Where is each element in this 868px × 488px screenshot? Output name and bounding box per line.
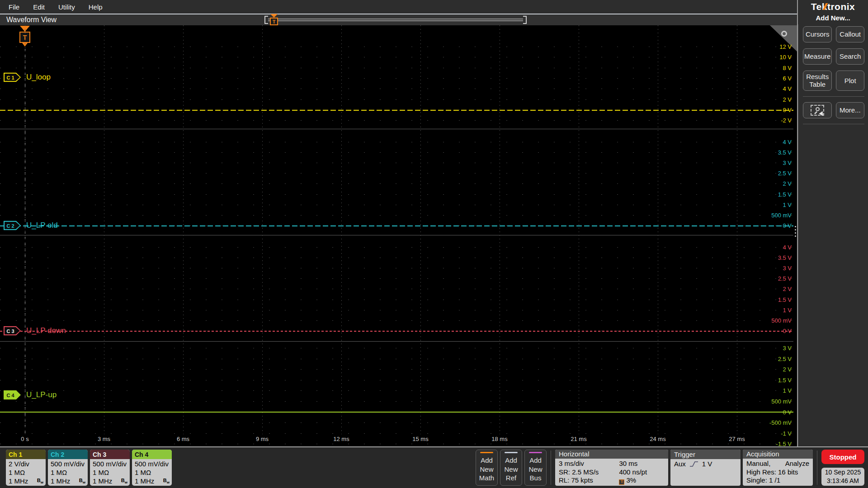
menu-item-file[interactable]: File — [2, 0, 26, 14]
bandwidth-limit-icon: Bw — [121, 478, 127, 484]
horizontal-title: Horizontal — [555, 450, 668, 459]
channel-impedance: 1 MΩ — [93, 468, 130, 477]
time-axis-label: 3 ms — [98, 436, 110, 442]
add-new-buttons: Add New MathAdd New RefAdd New Bus — [476, 450, 547, 486]
waveform-graticule[interactable]: T 12 V10 V8 V6 V4 V2 V0 V-2 VC 1U_loop4 … — [0, 25, 797, 446]
add-new-bus-button[interactable]: Add New Bus — [524, 450, 547, 486]
record-view-bar[interactable]: T — [264, 16, 527, 24]
add-new-callout-button[interactable]: Callout — [836, 26, 864, 42]
scale-label: 10 V — [779, 54, 792, 61]
channel-name-label[interactable]: U_LP-up — [26, 390, 57, 399]
scale-label: -1.5 V — [776, 441, 792, 447]
sidebar-divider — [803, 96, 864, 97]
add-new-plot-button[interactable]: Plot — [836, 70, 864, 91]
record-right-bracket-icon — [523, 16, 527, 24]
scale-label: -2 V — [781, 117, 792, 124]
scale-label: 2 V — [783, 180, 792, 187]
scale-label: 500 mV — [771, 212, 792, 219]
channel-scale: 2 V/div — [9, 460, 46, 468]
acquisition-panel[interactable]: Acquisition Manual, Analyze High Res: 16… — [743, 450, 813, 486]
add-new-cursors-button[interactable]: Cursors — [803, 26, 832, 42]
time-axis-label: 18 ms — [491, 436, 507, 442]
channel-name-label[interactable]: U_loop — [26, 73, 51, 82]
horizontal-value: SR: 2.5 MS/s — [559, 468, 619, 477]
menu-item-edit[interactable]: Edit — [26, 0, 52, 14]
add-new-results-table-button[interactable]: Results Table — [803, 70, 832, 91]
more-button[interactable]: More... — [836, 102, 865, 118]
magnifier-icon — [781, 31, 787, 37]
add-new-search-button[interactable]: Search — [836, 48, 864, 65]
bottombar-divider — [551, 450, 551, 485]
channel-badges: Ch 12 V/div1 MΩ1 MHzBwCh 2500 mV/div1 MΩ… — [6, 450, 172, 486]
run-state-button[interactable]: Stopped — [821, 450, 864, 464]
waveform-trace-c4[interactable] — [0, 412, 793, 413]
channel-badge-ch4[interactable]: Ch 4500 mV/div1 MΩ1 MHzBw — [132, 450, 172, 486]
channel-tag-label: C 2 — [4, 221, 17, 230]
grid-dot-row — [0, 390, 793, 391]
time-axis-label: 9 ms — [256, 436, 269, 442]
grid-dot-row — [0, 278, 793, 279]
grid-dot-row — [0, 120, 793, 121]
trigger-source: Aux — [674, 460, 686, 469]
waveform-view-title[interactable]: Waveform View — [6, 16, 57, 24]
horizontal-panel[interactable]: Horizontal 3 ms/div30 msSR: 2.5 MS/s400 … — [555, 450, 668, 486]
trigger-title: Trigger — [670, 450, 741, 459]
time-label: 3:13:46 AM — [827, 477, 859, 485]
channel-badge-ch2[interactable]: Ch 2500 mV/div1 MΩ1 MHzBw — [48, 450, 88, 486]
grid-dot-row — [0, 247, 793, 248]
splitter-grip[interactable] — [795, 226, 867, 237]
add-new-math-button[interactable]: Add New Math — [476, 450, 498, 486]
scale-label: 3 V — [783, 265, 792, 272]
time-axis-label: 0 s — [21, 436, 28, 442]
marquee-zoom-button[interactable] — [803, 102, 832, 118]
waveform-trace-c3[interactable] — [0, 331, 793, 332]
menu-item-utility[interactable]: Utility — [52, 0, 82, 14]
add-new-measure-button[interactable]: Measure — [803, 48, 832, 65]
marquee-zoom-icon — [811, 105, 824, 116]
scale-label: 12 V — [779, 43, 792, 50]
grid-dot-row — [0, 68, 793, 68]
grid-dot-row — [0, 194, 793, 195]
scale-label: 2 V — [783, 366, 792, 373]
right-sidebar: Tektronix Add New... CursorsCalloutMeasu… — [798, 0, 868, 446]
grid-line-vertical — [737, 25, 737, 434]
grid-dot-row — [0, 47, 793, 47]
grid-dot-row — [0, 444, 793, 444]
channel-tag-c1[interactable]: C 1 — [4, 73, 21, 82]
grid-line-vertical — [25, 25, 25, 434]
add-new-button-grid: CursorsCalloutMeasureSearchResults Table… — [803, 26, 864, 91]
time-axis-label: 15 ms — [412, 436, 428, 442]
scale-label: 4 V — [783, 85, 792, 92]
time-axis-label: 27 ms — [729, 436, 745, 442]
channel-badge-ch1[interactable]: Ch 12 V/div1 MΩ1 MHzBw — [6, 450, 46, 486]
grid-line-vertical — [104, 25, 104, 434]
channel-tag-c3[interactable]: C 3 — [4, 326, 21, 336]
record-trigger-marker-icon[interactable]: T — [269, 14, 279, 25]
trigger-panel[interactable]: Trigger Aux 1 V — [670, 450, 741, 486]
menu-bar: FileEditUtilityHelp — [0, 0, 797, 14]
scale-label: 500 mV — [771, 398, 792, 405]
add-new-ref-button[interactable]: Add New Ref — [500, 450, 522, 486]
horizontal-value: 400 ns/pt — [619, 468, 665, 477]
scale-label: 6 V — [783, 75, 792, 82]
scale-label: -1 V — [781, 430, 792, 437]
waveform-trace-c1[interactable] — [0, 110, 793, 111]
button-color-stripe — [529, 452, 542, 453]
scale-label: 8 V — [783, 65, 792, 71]
rising-edge-icon — [689, 460, 698, 468]
channel-tag-c4[interactable]: C 4 — [4, 390, 21, 400]
horizontal-value: 30 ms — [619, 460, 665, 468]
horizontal-value: RL: 75 kpts — [559, 476, 619, 485]
bottom-settings-bar: Ch 12 V/div1 MΩ1 MHzBwCh 2500 mV/div1 MΩ… — [0, 446, 868, 488]
channel-name-label[interactable]: U_LP old — [26, 221, 58, 230]
menu-item-help[interactable]: Help — [82, 0, 109, 14]
horizontal-value: T3% — [619, 476, 665, 485]
waveform-trace-c2[interactable] — [0, 225, 793, 226]
grid-line-vertical — [658, 25, 658, 434]
grid-dot-row — [0, 215, 793, 216]
scale-label: 3 V — [783, 345, 792, 352]
band-separator — [0, 129, 793, 129]
channel-name-label[interactable]: U_LP down — [26, 326, 66, 335]
channel-badge-ch3[interactable]: Ch 3500 mV/div1 MΩ1 MHzBw — [90, 450, 130, 486]
channel-tag-c2[interactable]: C 2 — [4, 221, 21, 230]
